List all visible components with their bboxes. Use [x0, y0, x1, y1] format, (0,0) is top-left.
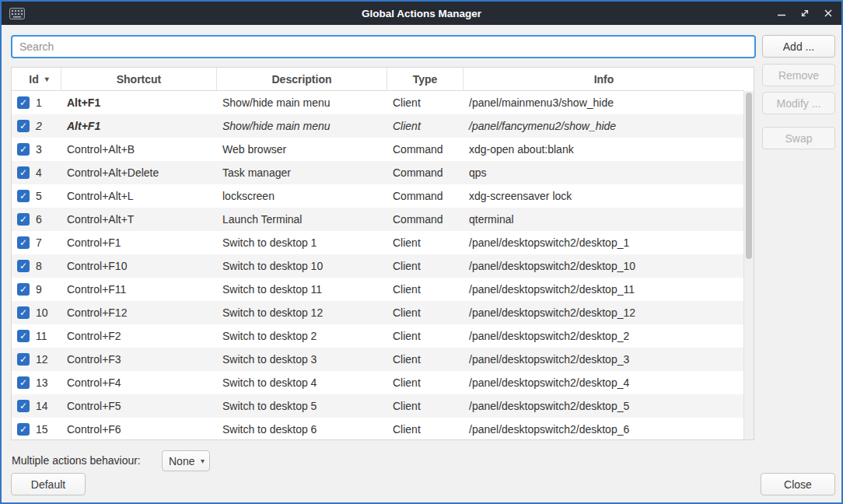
table-row[interactable]: ✓10Control+F12Switch to desktop 12Client…: [12, 301, 744, 324]
table-row[interactable]: ✓15Control+F6Switch to desktop 6Client/p…: [12, 418, 744, 439]
cell-shortcut: Control+F11: [61, 283, 217, 296]
row-checkbox[interactable]: ✓: [17, 330, 30, 342]
cell-id: ✓11: [12, 330, 61, 342]
cell-description: Web browser: [217, 143, 387, 156]
modify-button[interactable]: Modify ...: [762, 92, 835, 114]
cell-type: Command: [387, 190, 463, 202]
header-id[interactable]: Id ▾: [12, 68, 61, 90]
close-button[interactable]: Close: [761, 473, 835, 495]
row-checkbox[interactable]: ✓: [17, 306, 30, 319]
cell-type: Client: [387, 400, 463, 412]
cell-info: /panel/desktopswitch2/desktop_12: [463, 306, 744, 319]
table-row[interactable]: ✓1Alt+F1Show/hide main menuClient/panel/…: [12, 91, 744, 114]
row-checkbox[interactable]: ✓: [17, 260, 30, 272]
table-row[interactable]: ✓11Control+F2Switch to desktop 2Client/p…: [12, 324, 744, 348]
default-button[interactable]: Default: [11, 473, 86, 495]
cell-shortcut: Control+F4: [61, 376, 217, 389]
table-row[interactable]: ✓3Control+Alt+BWeb browserCommandxdg-ope…: [12, 138, 744, 161]
titlebar[interactable]: Global Actions Manager: [2, 2, 841, 25]
table-row[interactable]: ✓5Control+Alt+LlockscreenCommandxdg-scre…: [12, 184, 744, 208]
header-description[interactable]: Description: [217, 68, 387, 90]
cell-info: /panel/desktopswitch2/desktop_5: [463, 400, 744, 412]
keyboard-icon[interactable]: [9, 8, 25, 19]
row-id: 15: [36, 423, 48, 436]
table-row[interactable]: ✓6Control+Alt+TLaunch TerminalCommandqte…: [12, 208, 744, 231]
cell-description: Switch to desktop 2: [217, 330, 387, 342]
global-actions-manager-window: Global Actions Manager Add ...: [0, 0, 843, 504]
row-checkbox[interactable]: ✓: [17, 423, 30, 436]
row-id: 9: [36, 283, 42, 296]
minimize-icon[interactable]: [776, 8, 787, 19]
multiple-actions-label: Multiple actions behaviour:: [12, 450, 141, 471]
cell-shortcut: Control+F6: [61, 423, 217, 436]
table-row[interactable]: ✓14Control+F5Switch to desktop 5Client/p…: [12, 394, 744, 418]
cell-info: qterminal: [463, 213, 744, 226]
vertical-scrollbar[interactable]: [743, 91, 754, 439]
header-type[interactable]: Type: [387, 68, 463, 90]
multiple-actions-dropdown[interactable]: None ▾: [162, 450, 210, 471]
header-shortcut[interactable]: Shortcut: [61, 68, 217, 90]
cell-info: /panel/desktopswitch2/desktop_2: [463, 330, 744, 342]
row-id: 5: [36, 190, 42, 202]
cell-type: Command: [387, 166, 463, 179]
cell-shortcut: Control+F3: [61, 353, 217, 366]
row-checkbox[interactable]: ✓: [17, 213, 30, 226]
row-checkbox[interactable]: ✓: [17, 190, 30, 202]
cell-id: ✓12: [12, 353, 61, 366]
cell-type: Client: [387, 330, 463, 342]
row-id: 1: [36, 96, 42, 109]
cell-id: ✓15: [12, 423, 61, 436]
cell-type: Client: [387, 353, 463, 366]
table-row[interactable]: ✓13Control+F4Switch to desktop 4Client/p…: [12, 371, 744, 394]
cell-id: ✓9: [12, 283, 61, 296]
table-body: ✓1Alt+F1Show/hide main menuClient/panel/…: [12, 91, 744, 439]
maximize-icon[interactable]: [799, 8, 810, 19]
table-row[interactable]: ✓7Control+F1Switch to desktop 1Client/pa…: [12, 231, 744, 254]
row-id: 7: [36, 236, 42, 249]
row-checkbox[interactable]: ✓: [17, 283, 30, 296]
cell-id: ✓13: [12, 376, 61, 389]
row-checkbox[interactable]: ✓: [17, 376, 30, 389]
row-checkbox[interactable]: ✓: [17, 143, 30, 156]
cell-description: Task manager: [217, 166, 387, 179]
cell-shortcut: Control+Alt+T: [61, 213, 217, 226]
table-row[interactable]: ✓4Control+Alt+DeleteTask managerCommandq…: [12, 161, 744, 184]
table-row[interactable]: ✓12Control+F3Switch to desktop 3Client/p…: [12, 348, 744, 371]
cell-info: /panel/desktopswitch2/desktop_6: [463, 423, 744, 436]
row-id: 10: [36, 306, 48, 319]
cell-shortcut: Control+Alt+B: [61, 143, 217, 156]
table-row[interactable]: ✓2Alt+F1Show/hide main menuClient/panel/…: [12, 114, 744, 138]
scrollbar-handle[interactable]: [746, 93, 752, 259]
swap-button[interactable]: Swap: [762, 127, 835, 149]
cell-description: Switch to desktop 11: [217, 283, 387, 296]
cell-description: Switch to desktop 6: [217, 423, 387, 436]
row-checkbox[interactable]: ✓: [17, 353, 30, 366]
cell-description: Switch to desktop 5: [217, 400, 387, 412]
row-id: 2: [36, 120, 42, 132]
cell-info: /panel/desktopswitch2/desktop_10: [463, 260, 744, 272]
remove-button[interactable]: Remove: [762, 64, 835, 86]
table-row[interactable]: ✓8Control+F10Switch to desktop 10Client/…: [12, 254, 744, 278]
close-icon[interactable]: [823, 8, 834, 19]
header-info[interactable]: Info: [463, 68, 744, 90]
cell-id: ✓7: [12, 236, 61, 249]
row-checkbox[interactable]: ✓: [17, 400, 30, 412]
table-row[interactable]: ✓9Control+F11Switch to desktop 11Client/…: [12, 278, 744, 301]
row-id: 3: [36, 143, 42, 156]
cell-shortcut: Control+Alt+L: [61, 190, 217, 202]
row-checkbox[interactable]: ✓: [17, 120, 30, 132]
cell-description: lockscreen: [217, 190, 387, 202]
cell-id: ✓1: [12, 96, 61, 109]
row-checkbox[interactable]: ✓: [17, 236, 30, 249]
cell-type: Client: [387, 96, 463, 109]
search-input[interactable]: [11, 35, 756, 58]
cell-description: Switch to desktop 3: [217, 353, 387, 366]
cell-info: /panel/desktopswitch2/desktop_4: [463, 376, 744, 389]
row-id: 4: [36, 166, 42, 179]
chevron-down-icon: ▾: [201, 457, 205, 465]
row-checkbox[interactable]: ✓: [17, 166, 30, 179]
multiple-actions-value: None: [169, 455, 194, 467]
cell-shortcut: Control+F2: [61, 330, 217, 342]
add-button[interactable]: Add ...: [762, 35, 835, 58]
row-checkbox[interactable]: ✓: [17, 96, 30, 109]
